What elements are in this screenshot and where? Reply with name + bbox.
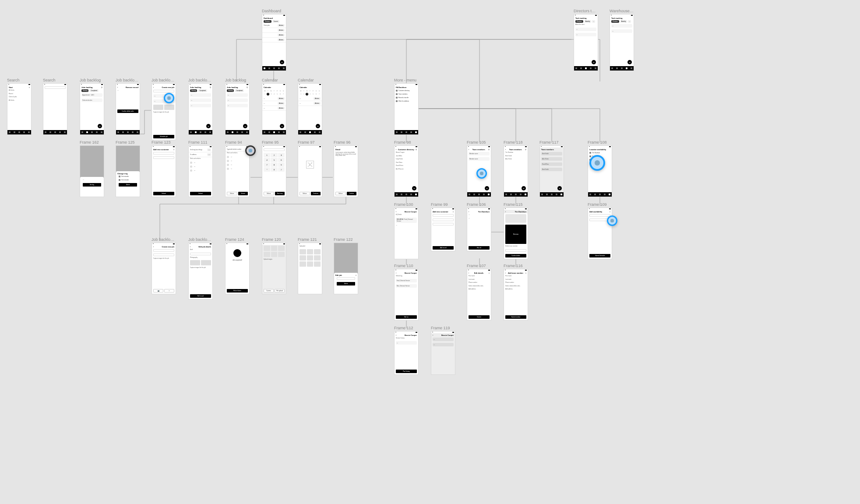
nav-more-icon[interactable] — [319, 131, 321, 133]
search-input[interactable] — [45, 86, 66, 89]
image-tile[interactable] — [300, 249, 306, 254]
nav-more-icon[interactable] — [525, 194, 526, 195]
nav-home-icon[interactable] — [396, 131, 398, 133]
task-card[interactable]: — — [575, 28, 596, 31]
sheet-item[interactable]: Set reminder — [117, 175, 138, 178]
image-tile[interactable] — [307, 255, 314, 261]
dash-row[interactable]: Actions — [262, 28, 286, 33]
list-item[interactable]: All clients — [7, 89, 31, 92]
nav-calendar-icon[interactable] — [515, 194, 517, 195]
image-tile[interactable] — [300, 261, 306, 267]
list-item[interactable]: Brett Smith — [504, 155, 528, 158]
text-input[interactable] — [190, 253, 211, 255]
job-card[interactable]: — — [227, 99, 248, 102]
task-card[interactable]: — — [611, 24, 632, 28]
image-tile[interactable] — [314, 249, 321, 254]
nav-calendar-icon[interactable] — [309, 131, 311, 133]
list-item[interactable]: Cody Fisher — [395, 158, 418, 161]
nav-home-icon[interactable] — [505, 194, 507, 195]
list-item[interactable]: Recent — [7, 92, 31, 96]
event-row[interactable]: —Actions — [262, 101, 286, 106]
back-icon[interactable]: ‹ — [505, 148, 506, 151]
list-item[interactable]: Clients & jobs — [7, 95, 31, 99]
nav-more-icon[interactable] — [101, 131, 102, 133]
back-icon[interactable]: ‹ — [153, 246, 154, 248]
confirm-delete-button[interactable]: Confirm delete order — [117, 109, 138, 113]
nav-jobs-icon[interactable] — [594, 194, 596, 195]
frame-112[interactable]: ‹Bessie Cooper Service history — Past hi… — [394, 331, 419, 375]
nav-team-icon[interactable] — [483, 194, 485, 195]
nav-home-icon[interactable] — [45, 131, 46, 133]
list-item[interactable]: All clients — [7, 99, 31, 102]
chip-previous[interactable]: Previous — [264, 20, 271, 23]
chip[interactable]: Completed — [235, 89, 244, 92]
back-icon[interactable]: ‹ — [505, 272, 506, 274]
frame-job-backlog[interactable]: Jobs backlog⚲ ViewingCompleted — — — + — [188, 83, 213, 135]
member-card[interactable]: Brett Smith — [541, 152, 562, 155]
text-input[interactable] — [153, 152, 174, 155]
image-tile[interactable] — [278, 246, 285, 251]
before-button[interactable]: Before — [227, 192, 237, 195]
avatar-row[interactable]: — — [189, 165, 212, 169]
nav-jobs-icon[interactable] — [473, 194, 475, 195]
before-button[interactable]: Before — [264, 192, 274, 195]
frame-109[interactable]: Add availability× Submit Schedule — [588, 208, 612, 259]
image-tile[interactable] — [300, 255, 306, 261]
nav-home-icon[interactable] — [264, 67, 265, 69]
nav-calendar-icon[interactable] — [599, 194, 601, 195]
avatar-row[interactable]: — — [226, 159, 249, 163]
calendar-grid[interactable]: MTWTFSS 1234567 — [262, 89, 286, 96]
frame-directors[interactable]: Task tracking Previous Monthly - About t… — [574, 14, 598, 71]
back-icon[interactable]: ‹ — [469, 272, 469, 274]
nav-jobs-icon[interactable] — [86, 131, 88, 133]
close-icon[interactable]: × — [453, 211, 454, 213]
frame-calendar[interactable]: Calendar MTWTFSS 1234567 —Actions —Actio… — [298, 83, 322, 135]
back-icon[interactable]: ‹ — [396, 334, 396, 336]
nav-more-icon[interactable] — [609, 194, 610, 195]
frame-job-backlog[interactable]: Jobs backlog⚲ ViewingCompleted Appointme… — [80, 83, 104, 135]
text-input[interactable] — [153, 249, 174, 252]
frame-98-customer-directory[interactable]: ‹Customer directory⚲ Bessie Cooper Jane … — [394, 145, 419, 197]
bottom-nav[interactable] — [226, 130, 249, 134]
nav-calendar-icon[interactable] — [551, 194, 553, 195]
nav-jobs-icon[interactable] — [401, 131, 402, 133]
key-9[interactable]: 9 — [278, 162, 285, 167]
schedule-button[interactable]: Schedule job — [153, 135, 174, 138]
nav-team-icon[interactable] — [278, 131, 280, 133]
avatar-row[interactable]: — — [189, 169, 212, 173]
nav-more-icon[interactable] — [28, 131, 30, 133]
member-card[interactable]: Member name — [469, 152, 490, 155]
bottom-nav[interactable] — [540, 192, 564, 197]
back-icon[interactable]: ‹ — [505, 211, 506, 213]
frame-124[interactable]: Job completed! Return home — [225, 243, 250, 294]
text-input[interactable] — [589, 214, 610, 217]
frame-100[interactable]: ‹Bessie Cooper A | Details SCL32C24 · Fo… — [394, 208, 419, 259]
bottom-nav[interactable] — [189, 130, 212, 134]
nav-home-icon[interactable] — [300, 131, 301, 133]
nav-jobs-icon[interactable] — [580, 67, 582, 69]
dash-row[interactable]: Actions — [262, 33, 286, 38]
frame-dashboard[interactable]: Dashboard Previous Current Client jobsAc… — [262, 14, 286, 71]
key-2[interactable]: 2 — [271, 153, 277, 157]
frame-create-job[interactable]: ‹Create new job — — Capture images for t… — [152, 83, 176, 140]
nav-calendar-icon[interactable] — [91, 131, 93, 133]
nav-home-icon[interactable] — [611, 67, 613, 69]
nav-calendar-icon[interactable] — [478, 194, 480, 195]
frame-111[interactable]: Set bring back things— To address— Work … — [188, 145, 213, 197]
image-tile[interactable] — [264, 252, 270, 257]
nav-jobs-icon[interactable] — [616, 67, 618, 69]
back-icon[interactable]: ‹ — [396, 272, 396, 274]
menu-record-transfer[interactable]: Record a transfer — [395, 96, 418, 99]
job-card[interactable]: Appointment · 14/01 — [81, 93, 102, 97]
key-3[interactable]: 3 — [278, 153, 285, 157]
avatar-row[interactable]: — — [226, 155, 249, 159]
nav-calendar-icon[interactable] — [236, 131, 238, 133]
text-input[interactable] — [337, 277, 355, 280]
confirm-input[interactable] — [505, 249, 526, 252]
nav-jobs-icon[interactable] — [546, 194, 548, 195]
nav-calendar-icon[interactable] — [585, 67, 587, 69]
chip[interactable]: Monthly — [620, 20, 627, 23]
job-card[interactable]: — — [227, 93, 248, 97]
nav-more-icon[interactable] — [283, 131, 285, 133]
frame-118[interactable]: ‹Team members⚲ Tim Davidson Brett Smith … — [504, 145, 528, 197]
